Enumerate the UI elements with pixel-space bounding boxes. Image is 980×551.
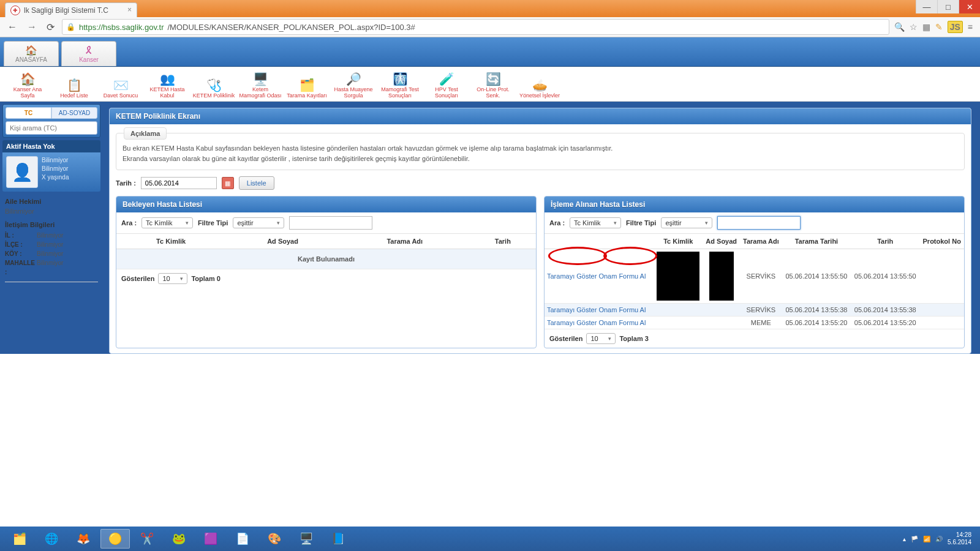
main-panel-title: KETEM Poliklinik Ekranı [110, 108, 971, 124]
col-header[interactable]: Protokol No [919, 234, 964, 249]
taskbar-explorer-icon[interactable]: 🗂️ [5, 529, 34, 549]
js-badge-icon[interactable]: JS [948, 21, 963, 33]
module-kanser[interactable]: 🎗 Kanser [61, 41, 116, 66]
col-header[interactable]: Ad Soyad [225, 234, 340, 249]
tab-tc[interactable]: TC [6, 107, 51, 119]
contact-value: Bilinmiyor [37, 258, 63, 277]
devtools-icon[interactable]: ▦ [922, 22, 930, 32]
page-size-select[interactable]: 10▾ [158, 273, 187, 284]
toolbar-ketem-mamografi-odasi[interactable]: 🖥️Ketem Mamografi Odası [239, 69, 282, 99]
zoom-icon[interactable]: 🔍 [894, 22, 905, 32]
taskbar-app3-icon[interactable]: 🖥️ [292, 529, 321, 549]
col-header[interactable]: Tarih [470, 234, 536, 249]
taskbar-snip-icon[interactable]: ✂️ [132, 529, 162, 549]
taskbar-vs-icon[interactable]: 🟪 [196, 529, 225, 549]
extension-icon[interactable]: ✎ [935, 22, 943, 32]
cell-tc-kimlik [654, 304, 703, 317]
chevron-down-icon: ▾ [705, 220, 708, 226]
page-size-select[interactable]: 10▾ [586, 333, 616, 344]
listele-button[interactable]: Listele [239, 176, 274, 190]
nav-back-icon[interactable]: ← [5, 21, 20, 32]
cell-tarama-tarihi: 05.06.2014 13:55:38 [782, 304, 851, 317]
mamografi-test-sonuclari-icon: 🩻 [393, 73, 408, 86]
onam-formu-al-link[interactable]: Onam Formu Al [598, 306, 646, 313]
tray-time: 14:28 [948, 531, 971, 539]
taramayi-goster-link[interactable]: Taramayı Göster [547, 306, 597, 313]
ara-label: Ara : [549, 219, 565, 227]
toolbar-kanser-ana-sayfa[interactable]: 🏠Kanser Ana Sayfa [6, 69, 49, 99]
col-header[interactable]: Ad Soyad [703, 234, 740, 249]
toolbar-ketem-poliklinik[interactable]: 🩺KETEM Poliklinik [192, 69, 235, 99]
toolbar-davet-sonucu[interactable]: ✉️Davet Sonucu [99, 69, 142, 99]
taskbar-firefox-icon[interactable]: 🦊 [69, 529, 98, 549]
calendar-icon[interactable]: ▦ [222, 177, 234, 189]
taskbar-paint-icon[interactable]: 🎨 [260, 529, 289, 549]
toolbar-tarama-kayitlari[interactable]: 🗂️Tarama Kayıtları [285, 69, 328, 99]
ara-field-select[interactable]: Tc Kimlik▾ [570, 217, 621, 228]
tray-network-icon[interactable]: 📶 [923, 536, 930, 542]
toolbar-yonetsel-islevler[interactable]: 🥧Yönetsel İşlevler [518, 69, 561, 99]
cell-tc-kimlik [654, 317, 703, 329]
tray-clock[interactable]: 14:28 5.6.2014 [948, 531, 971, 546]
toolbar-label: Ketem Mamografi Odası [239, 87, 282, 99]
window-close[interactable]: ✕ [959, 0, 980, 13]
tray-flag-icon[interactable]: 🏳️ [911, 536, 918, 542]
taskbar-word-icon[interactable]: 📘 [323, 529, 353, 549]
chevron-down-icon: ▾ [608, 335, 611, 342]
col-header[interactable]: Tarama Adı [340, 234, 470, 249]
url-host: https://hsbs.saglik.gov.tr [79, 23, 164, 32]
pending-table: Tc Kimlik Ad Soyad Tarama Adı Tarih Kayı… [116, 234, 536, 269]
col-header[interactable]: Tarama Adı [740, 234, 782, 249]
sidebar: TC AD-SOYAD Aktif Hasta Yok 👤 Bilinmiyor… [2, 104, 100, 282]
onam-formu-al-link[interactable]: Onam Formu Al [598, 319, 646, 326]
toolbar-hasta-muayene-sorgula[interactable]: 🔎Hasta Muayene Sorgula [332, 69, 375, 99]
toolbar-hedef-liste[interactable]: 📋Hedef Liste [53, 69, 96, 99]
filter-text-input[interactable] [717, 216, 801, 230]
toolbar-hpv-test-sonuclari[interactable]: 🧪HPV Test Sonuçları [425, 69, 468, 99]
processed-list-panel: İşleme Alınan Hasta Listesi Ara : Tc Kim… [544, 196, 965, 348]
col-header[interactable]: Tc Kimlik [654, 234, 703, 249]
window-minimize[interactable]: — [916, 0, 937, 13]
filtre-tipi-select[interactable]: eşittir▾ [233, 217, 284, 228]
toolbar-mamografi-test-sonuclari[interactable]: 🩻Mamografi Test Sonuçları [379, 69, 421, 99]
col-header[interactable]: Tarih [851, 234, 919, 249]
onam-formu-al-link[interactable]: Onam Formu Al [598, 272, 646, 280]
ribbon-icon: 🎗 [84, 45, 94, 56]
toplam-label: Toplam 3 [619, 335, 648, 342]
toolbar-online-prot-senk[interactable]: 🔄On-Line Prot. Senk. [472, 69, 514, 99]
patient-search-input[interactable] [6, 121, 97, 135]
taramayi-goster-link[interactable]: Taramayı Göster [547, 272, 597, 280]
toolbar-ketem-hasta-kabul[interactable]: 👥KETEM Hasta Kabul [146, 69, 189, 99]
address-bar[interactable]: 🔒 https://hsbs.saglik.gov.tr/MODULES/KAN… [62, 19, 889, 35]
date-input[interactable] [141, 177, 217, 189]
hpv-test-sonuclari-icon: 🧪 [439, 73, 454, 86]
lock-icon: 🔒 [66, 23, 75, 31]
system-tray[interactable]: ▴ 🏳️ 📶 🔊 14:28 5.6.2014 [903, 531, 975, 546]
filtre-tipi-select[interactable]: eşittir▾ [661, 217, 712, 228]
main-panel-body: Açıklama Bu ekran KETEM Hasta Kabul sayf… [110, 124, 971, 353]
filter-text-input[interactable] [289, 216, 372, 230]
toplam-label: Toplam 0 [191, 275, 220, 282]
ara-field-select[interactable]: Tc Kimlik▾ [141, 217, 193, 228]
tray-chevron-icon[interactable]: ▴ [903, 536, 906, 542]
taskbar-ie-icon[interactable]: 🌐 [37, 529, 66, 549]
tab-adsoyad[interactable]: AD-SOYAD [51, 107, 97, 119]
tab-close-icon[interactable]: × [127, 6, 132, 14]
bookmark-icon[interactable]: ☆ [910, 22, 918, 32]
nav-reload-icon[interactable]: ⟳ [44, 21, 57, 33]
taskbar-app-icon[interactable]: 🐸 [164, 529, 194, 549]
taramayi-goster-link[interactable]: Taramayı Göster [547, 319, 597, 326]
col-header[interactable]: Tc Kimlik [116, 234, 225, 249]
menu-icon[interactable]: ≡ [968, 22, 973, 32]
taskbar-app2-icon[interactable]: 📄 [228, 529, 257, 549]
module-anasayfa[interactable]: 🏠 ANASAYFA [4, 41, 59, 66]
main-area: KETEM Poliklinik Ekranı Açıklama Bu ekra… [100, 102, 980, 354]
taskbar-chrome-icon[interactable]: 🟡 [100, 529, 130, 549]
col-header[interactable]: Tarama Tarihi [782, 234, 851, 249]
window-maximize[interactable]: □ [937, 0, 959, 13]
tray-volume-icon[interactable]: 🔊 [935, 536, 943, 542]
browser-tab[interactable]: ✚ lk Sagligi Bilgi Sistemi T.C × [5, 2, 137, 17]
contact-row: İLÇE :Bilinmiyor [5, 240, 98, 249]
redacted-block [657, 252, 699, 301]
cell-tarama-adi: MEME [740, 317, 782, 329]
